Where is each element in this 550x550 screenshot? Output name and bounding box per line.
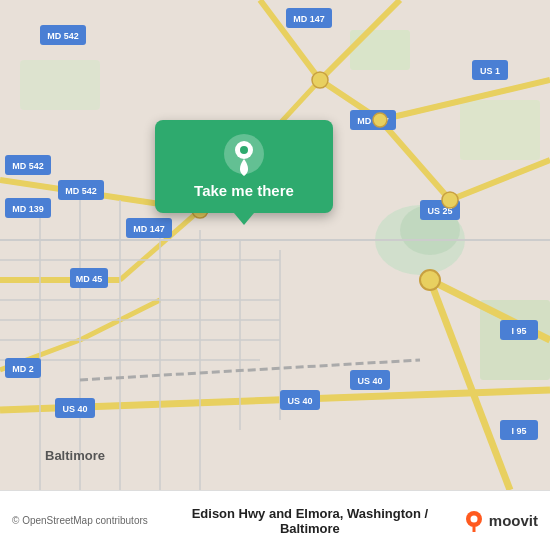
moovit-pin-icon	[463, 510, 485, 532]
svg-text:MD 139: MD 139	[12, 204, 44, 214]
bottom-bar: © OpenStreetMap contributors Edison Hwy …	[0, 490, 550, 550]
svg-text:US 1: US 1	[480, 66, 500, 76]
svg-text:MD 147: MD 147	[293, 14, 325, 24]
map-container: MD 542 MD 542 MD 147 MD 147 US 1 MD 542 …	[0, 0, 550, 490]
svg-point-70	[312, 72, 328, 88]
svg-text:MD 45: MD 45	[76, 274, 103, 284]
svg-text:US 40: US 40	[287, 396, 312, 406]
svg-point-72	[442, 192, 458, 208]
svg-rect-5	[460, 100, 540, 160]
svg-text:MD 2: MD 2	[12, 364, 34, 374]
svg-point-73	[420, 270, 440, 290]
svg-rect-4	[350, 30, 410, 70]
take-me-there-button[interactable]: Take me there	[194, 182, 294, 199]
map-popup[interactable]: Take me there	[155, 120, 333, 213]
svg-text:MD 147: MD 147	[133, 224, 165, 234]
svg-point-78	[470, 515, 477, 522]
svg-text:I 95: I 95	[511, 326, 526, 336]
moovit-logo: moovit	[463, 510, 538, 532]
svg-text:I 95: I 95	[511, 426, 526, 436]
svg-text:US 40: US 40	[357, 376, 382, 386]
svg-text:Baltimore: Baltimore	[45, 448, 105, 463]
copyright-text: © OpenStreetMap contributors	[12, 515, 157, 526]
svg-text:US 40: US 40	[62, 404, 87, 414]
location-pin-icon	[222, 132, 266, 176]
svg-point-76	[240, 146, 248, 154]
svg-text:MD 542: MD 542	[47, 31, 79, 41]
svg-rect-3	[20, 60, 100, 110]
moovit-brand-text: moovit	[489, 512, 538, 529]
svg-point-71	[373, 113, 387, 127]
svg-text:MD 542: MD 542	[65, 186, 97, 196]
svg-text:MD 542: MD 542	[12, 161, 44, 171]
map-background: MD 542 MD 542 MD 147 MD 147 US 1 MD 542 …	[0, 0, 550, 490]
location-title: Edison Hwy and Elmora, Washington / Balt…	[165, 506, 455, 536]
